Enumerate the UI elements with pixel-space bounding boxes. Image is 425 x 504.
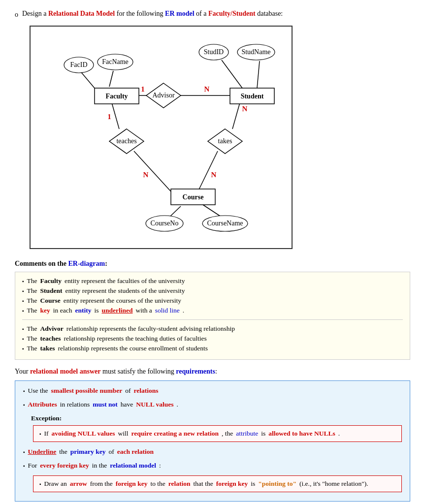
arrow-term: arrow [70,480,87,488]
term-er: ER model [165,10,195,17]
advisor-diamond-label: Advisor [152,92,174,99]
term-db: Faculty/Student [208,10,256,17]
card-1-faculty-advisor: 1 [141,85,145,93]
inner-box-foreign: Draw an arrow from the foreign key to th… [33,475,402,492]
entity-term: entity [75,307,91,315]
requirements-section: Your relational model answer must satisf… [15,368,410,502]
comment-item-1: The Faculty entity represent the faculti… [22,277,403,285]
comments-top-list: The Faculty entity represent the faculti… [22,277,403,315]
underlined-term: underlined [101,307,132,315]
comments-section: Comments on the ER-diagram: The Faculty … [15,260,410,360]
foreign-key-term-inner2: foreign key [216,480,248,488]
primary-key-term: primary key [70,448,106,456]
comment-item-6: The teaches relationship represents the … [22,335,403,343]
comments-box: The Faculty entity represent the faculti… [15,272,410,360]
svg-line-11 [203,205,220,216]
studid-label: StudID [204,48,224,56]
studname-label: StudName [241,48,270,56]
relational-model-term: relational model answer [30,368,101,375]
every-foreign-key-term: every foreign key [40,462,89,470]
advivor-bold: Advivor [40,325,64,333]
faculty-bold: Faculty [40,277,62,285]
svg-line-10 [169,206,181,217]
card-n-student-advisor: N [204,85,210,93]
inner-box-null: If avoiding NULL values will require cre… [33,425,402,442]
req-item-3: Underline the primary key of each relati… [23,448,402,456]
comment-item-2: The Student entity represent the student… [22,287,403,295]
each-relation-term: each relation [117,448,154,456]
comment-item-7: The takes relationship represents the co… [22,345,403,352]
requirements-link[interactable]: requirements [176,368,215,375]
require-new-relation-term: require creating a new relation [131,430,219,438]
intro-text: Design a Relational Data Model for the f… [22,10,283,18]
teaches-bold: teaches [40,335,61,343]
svg-line-2 [112,103,119,129]
pointing-to-term: "pointing to" [258,480,296,488]
must-not-term: must not [93,401,118,409]
er-diagram-link[interactable]: ER-diagram [68,260,105,267]
term-rdm: Relational Data Model [48,10,115,17]
card-n-student-takes: N [242,105,248,113]
null-values-term: NULL values [136,401,173,409]
takes-diamond-label: takes [218,137,232,145]
bullet-point: o [15,11,18,19]
smallest-number-term: smallest possible number [51,387,122,395]
comment-item-5: The Advivor relationship represents the … [22,325,403,333]
svg-line-7 [109,71,113,87]
relational-model-term-2: relational model [110,462,156,470]
takes-bold: takes [40,345,55,352]
foreign-key-term-inner: foreign key [116,480,148,488]
card-n-teaches-course: N [143,171,149,179]
exception-label: Exception: [31,414,402,422]
svg-line-4 [232,103,240,129]
facid-label: FacID [70,61,88,68]
req-item-4: For every foreign key in the relational … [23,462,402,470]
comment-item-3: The Course entity represent the courses … [22,297,403,305]
comments-title: Comments on the ER-diagram: [15,260,410,268]
svg-line-8 [222,60,242,88]
key-term: key [40,307,50,315]
solid-line-term: solid line [155,307,180,315]
comments-bottom-list: The Advivor relationship represents the … [22,325,403,352]
er-diagram-container: FacID FacName StudID StudName CourseNo C… [30,26,293,249]
avoiding-null-term: avoiding NULL values [52,430,115,438]
top-intro: o Design a Relational Data Model for the… [15,10,410,19]
req-title: Your relational model answer must satisf… [15,368,410,376]
student-bold: Student [40,287,63,295]
courseno-label: CourseNo [151,220,179,227]
card-1-faculty-teaches: 1 [107,113,111,121]
course-entity-label: Course [183,193,204,201]
er-diagram-svg: FacID FacName StudID StudName CourseNo C… [35,32,287,243]
svg-line-3 [134,151,171,191]
attribute-term-inner: attribute [236,430,258,438]
card-n-takes-course: N [211,171,217,179]
facname-label: FacName [102,58,129,65]
allowed-nulls-term: allowed to have NULLs [268,430,335,438]
req-item-2: Attributes in relations must not have NU… [23,401,402,409]
comment-item-4: The key in each entity is underlined wit… [22,307,403,315]
requirements-box: Use the smallest possible number of rela… [15,380,410,502]
coursename-label: CourseName [207,220,243,227]
req-item-1: Use the smallest possible number of rela… [23,387,402,395]
teaches-diamond-label: teaches [116,137,136,145]
comments-bold: Comments [15,260,47,267]
comments-divider [22,319,403,320]
underline-term: Underline [28,448,57,456]
relation-term-inner: relation [168,480,191,488]
student-entity-label: Student [241,93,264,100]
svg-line-6 [81,72,95,88]
attributes-term: Attributes [28,401,57,409]
page-content: o Design a Relational Data Model for the… [15,10,410,502]
svg-line-9 [257,61,260,88]
course-bold: Course [40,297,61,305]
relations-term-1: relations [133,387,158,395]
faculty-entity-label: Faculty [105,93,128,100]
